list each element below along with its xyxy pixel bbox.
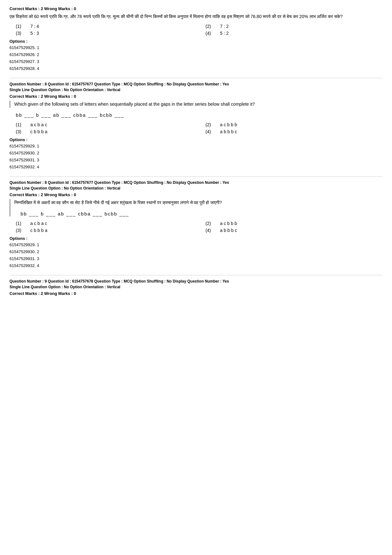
- options-label-q8hi: Options :: [9, 236, 383, 241]
- option-num: (2): [205, 122, 215, 127]
- option-num: (2): [205, 24, 215, 29]
- option-num: (1): [16, 221, 25, 226]
- options-label-top: Options :: [9, 39, 383, 44]
- option-2-top: (2) 7 : 2: [205, 24, 383, 29]
- section-q9: Question Number : 9 Question Id : 615475…: [9, 275, 383, 296]
- option-num: (3): [16, 228, 25, 233]
- options-grid-q8-en: (1) a c b a c (2) a c b b b (3) c b b b …: [16, 122, 383, 134]
- option-2-q8hi: (2) a c b b b: [205, 221, 383, 226]
- meta-line2: Single Line Question Option : No Option …: [9, 284, 383, 290]
- option-id-3: 61547529931. 3: [9, 255, 383, 262]
- meta-line1: Question Number : 8 Question Id : 615475…: [9, 180, 383, 185]
- options-list-q8en: 61547529929. 1 61547529930. 2 6154752993…: [9, 143, 383, 171]
- option-1-top: (1) 7 : 4: [16, 24, 193, 29]
- options-grid-q8-hi: (1) a c b a c (2) a c b b b (3) c b b b …: [16, 221, 383, 233]
- section-top: Correct Marks : 2 Wrong Marks : 0 एक विक…: [9, 6, 383, 72]
- question-meta-q9: Question Number : 9 Question Id : 615475…: [9, 275, 383, 290]
- option-4-q8hi: (4) a b b b c: [205, 228, 383, 233]
- option-num: (3): [16, 31, 25, 36]
- option-val: 7 : 2: [220, 24, 229, 29]
- option-3-q8en: (3) c b b b a: [16, 129, 193, 134]
- options-list-q8hi: 61547529929. 1 61547529930. 2 6154752993…: [9, 241, 383, 269]
- marks-q8-en: Correct Marks : 2 Wrong Marks : 0: [9, 94, 383, 99]
- letter-series-q8-en: bb ___ b ___ ab ___ cbba ___ bcbb ___: [16, 112, 383, 118]
- meta-line1: Question Number : 9 Question Id : 615475…: [9, 278, 383, 284]
- option-4-top: (4) 5 : 2: [205, 31, 383, 36]
- option-val: a c b b b: [220, 122, 237, 127]
- option-num: (4): [205, 228, 215, 233]
- option-val: 7 : 4: [30, 24, 39, 29]
- options-grid-top: (1) 7 : 4 (2) 7 : 2 (3) 5 : 3 (4) 5 : 2: [16, 24, 383, 36]
- option-val: a b b b c: [220, 129, 237, 134]
- option-num: (4): [205, 31, 215, 36]
- question-meta-q8-en: Question Number : 8 Question Id : 615475…: [9, 78, 383, 93]
- question-text-q8-hi: निम्नलिखित में से अक्षरों का वह कौन सा स…: [14, 199, 383, 207]
- option-id-4: 61547529928. 4: [9, 65, 383, 72]
- option-id-1: 61547529925. 1: [9, 44, 383, 51]
- option-num: (1): [16, 24, 25, 29]
- option-id-4: 61547529932. 4: [9, 262, 383, 269]
- option-id-2: 61547529930. 2: [9, 150, 383, 157]
- option-id-1: 61547529929. 1: [9, 143, 383, 150]
- option-val: 5 : 2: [220, 31, 229, 36]
- option-1-q8hi: (1) a c b a c: [16, 221, 193, 226]
- option-id-2: 61547529930. 2: [9, 248, 383, 255]
- option-id-3: 61547529927. 3: [9, 58, 383, 65]
- option-1-q8en: (1) a c b a c: [16, 122, 193, 127]
- options-label-q8en: Options :: [9, 137, 383, 142]
- meta-line1: Question Number : 8 Question Id : 615475…: [9, 81, 383, 87]
- option-val: a c b b b: [220, 221, 237, 226]
- marks-top: Correct Marks : 2 Wrong Marks : 0: [9, 6, 383, 11]
- option-num: (3): [16, 129, 25, 134]
- options-list-top: 61547529925. 1 61547529926. 2 6154752992…: [9, 44, 383, 72]
- option-3-q8hi: (3) c b b b a: [16, 228, 193, 233]
- option-2-q8en: (2) a c b b b: [205, 122, 383, 127]
- option-id-4: 61547529932. 4: [9, 164, 383, 171]
- bordered-question-q8-en: Which given of the following sets of let…: [9, 101, 383, 108]
- option-val: c b b b a: [30, 228, 47, 233]
- option-3-top: (3) 5 : 3: [16, 31, 193, 36]
- section-q8-hi: Question Number : 8 Question Id : 615475…: [9, 176, 383, 269]
- meta-line2: Single Line Question Option : No Option …: [9, 87, 383, 93]
- option-id-1: 61547529929. 1: [9, 241, 383, 248]
- section-q8-en: Question Number : 8 Question Id : 615475…: [9, 78, 383, 171]
- question-meta-q8-hi: Question Number : 8 Question Id : 615475…: [9, 176, 383, 191]
- option-num: (4): [205, 129, 215, 134]
- option-val: a c b a c: [30, 221, 47, 226]
- option-4-q8en: (4) a b b b c: [205, 129, 383, 134]
- option-val: a c b a c: [30, 122, 47, 127]
- option-val: 5 : 3: [30, 31, 39, 36]
- bordered-question-q8-hi: निम्नलिखित में से अक्षरों का वह कौन सा स…: [9, 199, 383, 216]
- option-val: a b b b c: [220, 228, 237, 233]
- option-val: c b b b a: [30, 129, 47, 134]
- marks-q9: Correct Marks : 2 Wrong Marks : 0: [9, 291, 383, 296]
- marks-q8-hi: Correct Marks : 2 Wrong Marks : 0: [9, 192, 383, 197]
- option-num: (1): [16, 122, 25, 127]
- question-text-q8-en: Which given of the following sets of let…: [14, 101, 383, 108]
- option-id-3: 61547529931. 3: [9, 157, 383, 164]
- question-text-hindi-top: एक विक्रेता को 60 रूपये प्रति कि.ग्र. और…: [9, 13, 383, 21]
- option-num: (2): [205, 221, 215, 226]
- meta-line2: Single Line Question Option : No Option …: [9, 185, 383, 191]
- option-id-2: 61547529926. 2: [9, 51, 383, 58]
- letter-series-q8-hi: bb ___ b ___ ab ___ cbba ___ bcbb ___: [21, 211, 383, 216]
